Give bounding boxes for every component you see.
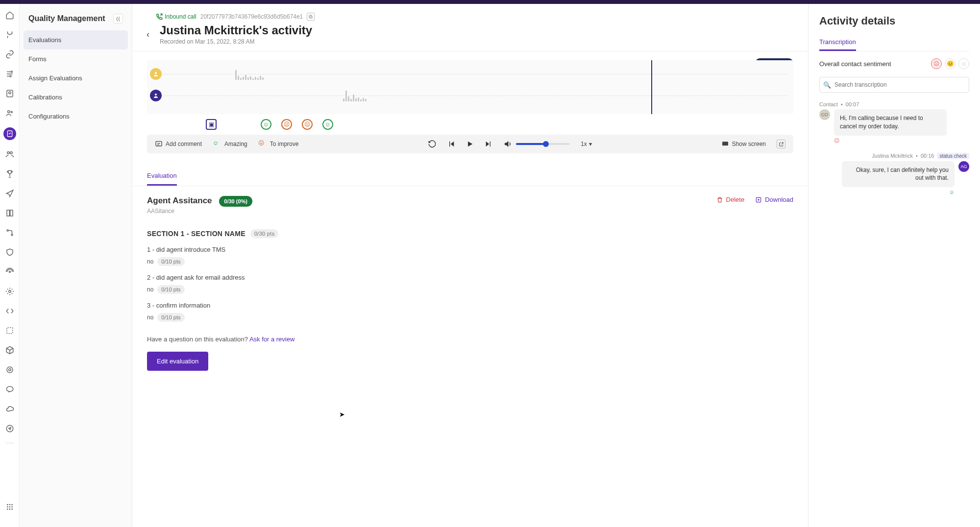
sidebar-collapse-button[interactable]: ⟨⟨ — [113, 14, 123, 24]
chat-oval-icon[interactable] — [4, 384, 15, 395]
show-screen-button[interactable]: Show screen — [721, 140, 766, 148]
skip-forward-button[interactable] — [485, 140, 492, 148]
shield-icon[interactable] — [4, 247, 15, 258]
svg-point-30 — [155, 94, 157, 96]
svg-point-18 — [7, 504, 8, 505]
svg-point-7 — [7, 152, 9, 154]
replay-button[interactable] — [428, 140, 437, 148]
svg-point-29 — [155, 72, 157, 74]
svg-point-9 — [7, 230, 8, 231]
apps-grid-icon[interactable] — [4, 502, 15, 512]
page-title: Justina Mckittrick's activity — [160, 24, 312, 37]
broadcast-icon[interactable] — [4, 266, 15, 277]
target-icon[interactable] — [4, 364, 15, 375]
evaluation-form-title: Agent Assitance — [147, 196, 212, 205]
tab-transcription[interactable]: Transcription — [819, 34, 856, 51]
svg-point-14 — [7, 367, 13, 373]
search-transcription-input[interactable] — [819, 77, 969, 93]
team-icon[interactable] — [4, 149, 15, 160]
review-prompt: Have a question on this evaluation? — [147, 335, 249, 343]
sidebar-item-evaluations[interactable]: Evaluations — [24, 30, 128, 49]
negative-marker-icon[interactable]: ☹ — [302, 119, 313, 130]
svg-rect-28 — [309, 15, 312, 18]
waveform[interactable] — [147, 60, 793, 114]
delete-button[interactable]: Delete — [716, 196, 745, 203]
compass-icon[interactable] — [4, 423, 15, 434]
playhead[interactable] — [651, 60, 652, 114]
trophy-icon[interactable] — [4, 168, 15, 179]
call-id: 20f2077973b743679e6c93d6d5b674e1 — [200, 13, 303, 20]
cloud-icon[interactable] — [4, 404, 15, 414]
svg-point-1 — [10, 75, 11, 77]
contact-avatar-icon — [150, 68, 162, 80]
tab-evaluation[interactable]: Evaluation — [147, 167, 177, 186]
note-marker-icon[interactable]: ▣ — [206, 119, 217, 130]
sidebar-item-forms[interactable]: Forms — [20, 49, 132, 69]
svg-point-25 — [9, 508, 10, 510]
svg-point-11 — [9, 271, 10, 273]
evaluation-subtitle: AASitance — [147, 208, 252, 215]
ask-review-link[interactable]: Ask for a review — [249, 335, 294, 343]
speed-selector[interactable]: 1x ▾ — [581, 141, 592, 147]
negative-marker-icon[interactable]: ☹ — [281, 119, 292, 130]
positive-marker-icon[interactable]: ☺ — [261, 119, 271, 130]
back-button[interactable]: ‹ — [142, 28, 154, 40]
edit-evaluation-button[interactable]: Edit evaluation — [147, 352, 208, 371]
question-text: 3 - confirm information — [147, 302, 793, 309]
question-row: 1 - did agent introduce TMS no0/10 pts — [147, 246, 793, 266]
svg-point-21 — [7, 506, 8, 508]
sidebar-item-assign[interactable]: Assign Evaluations — [20, 69, 132, 88]
code-icon[interactable] — [4, 306, 15, 316]
svg-point-26 — [11, 508, 13, 510]
svg-point-4 — [7, 111, 10, 113]
send-icon[interactable] — [4, 188, 15, 199]
qm-icon[interactable] — [3, 127, 16, 140]
link-icon[interactable] — [4, 49, 15, 60]
flow-icon[interactable] — [4, 227, 15, 238]
dashed-square-icon[interactable] — [4, 325, 15, 336]
question-points: 0/10 pts — [157, 313, 184, 322]
sliders-icon[interactable] — [4, 69, 15, 79]
skip-back-button[interactable] — [447, 140, 455, 148]
amazing-button[interactable]: ☺Amazing — [213, 140, 247, 148]
users-icon[interactable] — [4, 108, 15, 119]
msg-time: 00:16 — [921, 153, 934, 159]
gear-icon[interactable] — [4, 286, 15, 297]
content-tabs: Evaluation — [132, 167, 808, 186]
sidebar-item-configurations[interactable]: Configurations — [20, 107, 132, 126]
svg-rect-27 — [310, 16, 313, 18]
svg-point-16 — [6, 386, 13, 392]
svg-point-19 — [9, 504, 10, 505]
volume-control[interactable] — [503, 140, 570, 148]
agent-avatar-icon — [150, 90, 162, 101]
sidebar-item-calibrations[interactable]: Calibrations — [20, 88, 132, 107]
section-heading: SECTION 1 - SECTION NAME — [147, 230, 245, 238]
svg-point-22 — [9, 506, 10, 508]
cube-icon[interactable] — [4, 345, 15, 356]
msg-speaker: Contact — [819, 101, 838, 107]
search-icon: 🔍 — [823, 81, 831, 89]
rail-separator — [5, 443, 14, 443]
home-icon[interactable] — [4, 10, 15, 21]
book-icon[interactable] — [4, 208, 15, 218]
msg-sentiment-icon: ☺ — [842, 189, 955, 195]
to-improve-button[interactable]: ☹To improve — [258, 140, 299, 148]
positive-marker-icon[interactable]: ☺ — [322, 119, 333, 130]
popout-button[interactable] — [777, 140, 785, 148]
transcript-bubble: Hi, I'm calling because I need to cancel… — [834, 109, 947, 136]
routing-icon[interactable] — [4, 29, 15, 40]
svg-rect-32 — [722, 142, 728, 145]
add-comment-button[interactable]: Add comment — [155, 140, 202, 148]
msg-time: 00:07 — [846, 101, 859, 107]
question-answer: no — [147, 286, 153, 293]
play-button[interactable] — [466, 140, 474, 148]
contact-icon[interactable] — [4, 88, 15, 99]
sentiment-timeline: ▣ ☺ ☹ ☹ ☺ — [147, 117, 793, 135]
question-row: 3 - confirm information no0/10 pts — [147, 302, 793, 322]
sentiment-label: Overall contact sentiment — [819, 60, 891, 68]
transcript-bubble: Okay, sure, I can definitely help you ou… — [842, 161, 955, 188]
svg-point-23 — [11, 506, 13, 508]
section-points: 0/30 pts — [250, 229, 279, 238]
copy-id-button[interactable] — [307, 13, 315, 21]
download-button[interactable]: Download — [755, 196, 793, 203]
